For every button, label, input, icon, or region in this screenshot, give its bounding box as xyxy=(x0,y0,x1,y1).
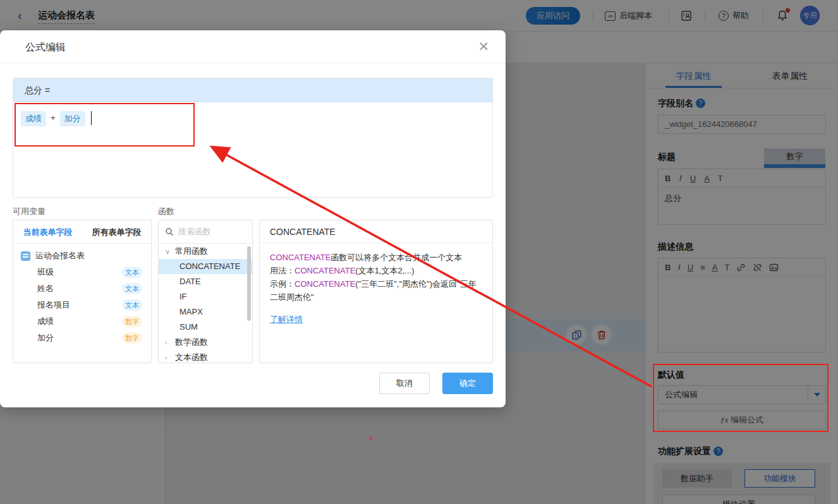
type-badge: 文本 xyxy=(122,299,142,311)
formula-target-bar: 总分 = xyxy=(13,78,492,102)
type-badge: 数字 xyxy=(122,332,142,344)
scrollbar-thumb[interactable] xyxy=(247,246,251,321)
usage-line: 用法：CONCATENATE(文本1,文本2,...) xyxy=(270,264,482,277)
search-icon xyxy=(165,227,174,236)
chevron-down-icon: ∨ xyxy=(165,244,171,259)
functions-box: 搜索函数 ∨ 常用函数 CONCATENATE DATE IF MAPX SUM… xyxy=(158,220,253,363)
functions-label: 函数 xyxy=(158,206,174,217)
form-icon xyxy=(21,251,30,261)
search-placeholder: 搜索函数 xyxy=(178,226,211,237)
function-item[interactable]: IF xyxy=(159,289,252,304)
type-badge: 文本 xyxy=(122,283,142,294)
function-description-box: CONCATENATE CONCATENATE函数可以将多个文本合并成一个文本 … xyxy=(259,220,493,363)
function-item[interactable]: MAPX xyxy=(159,304,252,320)
group-math-functions[interactable]: › 数学函数 xyxy=(159,335,252,350)
type-badge: 数字 xyxy=(122,316,142,327)
formula-editor-modal: 公式编辑 ✕ 总分 = 成绩 + 加分 可用变量 函数 当前表单字段 所有表单字… xyxy=(0,30,506,407)
function-list: ∨ 常用函数 CONCATENATE DATE IF MAPX SUM › 数学… xyxy=(159,244,252,363)
modal-title: 公式编辑 xyxy=(25,41,66,54)
confirm-button[interactable]: 确定 xyxy=(442,373,493,394)
function-description: CONCATENATE函数可以将多个文本合并成一个文本 用法：CONCATENA… xyxy=(260,243,492,333)
function-item[interactable]: SUM xyxy=(159,320,252,335)
chevron-right-icon: › xyxy=(165,335,171,350)
function-item[interactable]: DATE xyxy=(159,274,252,289)
variables-tabs: 当前表单字段 所有表单字段 xyxy=(13,220,151,244)
variable-row[interactable]: 报名项目 文本 xyxy=(13,297,151,313)
field-token[interactable]: 成绩 xyxy=(21,111,46,126)
cancel-button[interactable]: 取消 xyxy=(379,373,430,394)
variable-row[interactable]: 加分 数字 xyxy=(13,330,151,346)
group-common-functions[interactable]: ∨ 常用函数 xyxy=(159,244,252,259)
formula-input-area[interactable]: 成绩 + 加分 xyxy=(13,102,492,197)
modal-header: 公式编辑 ✕ xyxy=(0,30,506,63)
description-line: CONCATENATE函数可以将多个文本合并成一个文本 xyxy=(270,251,482,264)
variables-tree: 运动会报名表 班级 文本 姓名 文本 报名项目 文本 成绩 数字 xyxy=(13,244,151,346)
function-item-selected[interactable]: CONCATENATE xyxy=(159,259,252,274)
variables-label: 可用变量 xyxy=(13,206,46,217)
tab-current-form-fields[interactable]: 当前表单字段 xyxy=(13,220,82,243)
variable-row[interactable]: 姓名 文本 xyxy=(13,280,151,297)
close-icon[interactable]: ✕ xyxy=(478,39,489,54)
example-line: 示例：CONCATENATE("三年二班","周杰伦")会返回"三年二班周杰伦" xyxy=(270,277,482,304)
app-root: ‹ 运动会报名表 应用访问 </> 后端脚本 ? 帮助 xyxy=(0,0,838,504)
chevron-right-icon: › xyxy=(165,350,171,363)
variable-row[interactable]: 班级 文本 xyxy=(13,264,151,280)
variables-box: 当前表单字段 所有表单字段 运动会报名表 班级 文本 姓名 文本 报名项目 xyxy=(13,220,152,363)
variable-row[interactable]: 成绩 数字 xyxy=(13,313,151,330)
form-node[interactable]: 运动会报名表 xyxy=(13,248,151,264)
learn-more-link[interactable]: 了解详情 xyxy=(270,313,303,326)
tab-all-form-fields[interactable]: 所有表单字段 xyxy=(82,220,151,243)
function-name: CONCATENATE xyxy=(260,220,492,243)
function-search[interactable]: 搜索函数 xyxy=(159,220,252,244)
group-text-functions[interactable]: › 文本函数 xyxy=(159,350,252,363)
formula-editor: 总分 = 成绩 + 加分 xyxy=(13,78,493,198)
text-cursor xyxy=(91,111,92,125)
type-badge: 文本 xyxy=(122,267,142,278)
field-token[interactable]: 加分 xyxy=(60,111,85,126)
operator: + xyxy=(51,111,56,123)
